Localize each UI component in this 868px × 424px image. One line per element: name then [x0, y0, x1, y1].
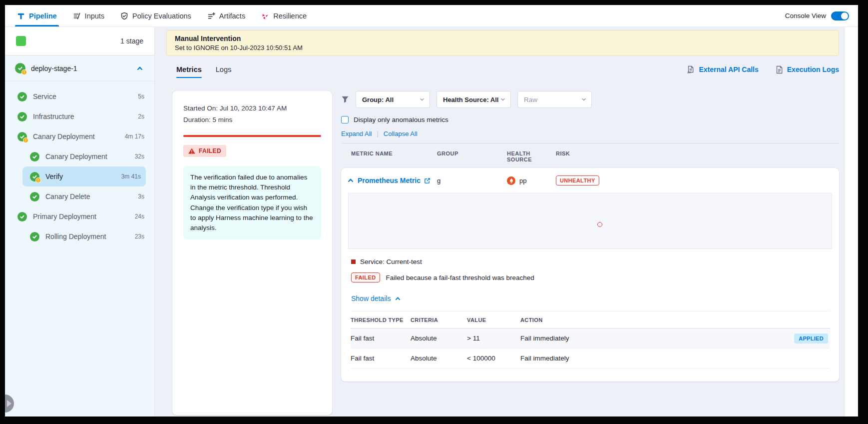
threshold-table: THRESHOLD TYPE CRITERIA VALUE ACTION Fai…	[351, 311, 830, 368]
step-duration: 32s	[135, 153, 144, 160]
show-details-toggle[interactable]: Show details	[351, 294, 401, 302]
step-label: Verify	[45, 172, 63, 180]
tab-label: Logs	[216, 66, 231, 74]
sidebar-step-canary-deployment[interactable]: Canary Deployment 32s	[5, 146, 154, 166]
threshold-type-cell: Fail fast	[351, 354, 411, 362]
manual-intervention-banner: Manual Intervention Set to IGNORE on 10-…	[166, 30, 839, 56]
sidebar-step-rolling-deployment[interactable]: Rolling Deployment 23s	[5, 226, 154, 246]
vertical-scrollbar[interactable]	[845, 27, 858, 416]
sidebar-step-canary-delete[interactable]: Canary Delete 3s	[5, 186, 154, 206]
success-icon	[17, 212, 27, 222]
external-api-calls-link[interactable]: API External API Calls	[687, 66, 758, 74]
success-icon	[30, 192, 39, 202]
external-link-icon[interactable]	[424, 178, 431, 184]
anomalous-metrics-checkbox-row[interactable]: Display only anomalous metrics	[341, 116, 839, 124]
expand-all-link[interactable]: Expand All	[341, 130, 372, 138]
step-label: Primary Deployment	[33, 212, 96, 220]
stage-name-label: deploy-stage-1	[31, 64, 77, 72]
group-filter-select[interactable]: Group: All	[356, 91, 430, 108]
collapse-chevron-up-icon[interactable]	[136, 65, 143, 72]
threshold-table-header: THRESHOLD TYPE CRITERIA VALUE ACTION	[351, 312, 830, 328]
metric-group-value: g	[437, 177, 507, 184]
stage-count-label: 1 stage	[120, 37, 143, 45]
collapse-all-link[interactable]: Collapse All	[384, 130, 418, 138]
col-health-source: HEALTH SOURCE	[507, 150, 556, 162]
collapse-chevron-up-icon[interactable]	[347, 177, 354, 184]
step-duration: 3m 41s	[121, 173, 141, 180]
warning-badge-icon: !	[21, 70, 27, 75]
warning-badge-icon: !	[23, 138, 28, 143]
nav-tab-policy-evaluations[interactable]: Policy Evaluations	[120, 5, 191, 26]
raw-filter-select[interactable]: Raw	[517, 91, 592, 108]
expand-panel-button[interactable]	[5, 394, 14, 412]
step-duration: 23s	[135, 233, 144, 240]
show-details-label: Show details	[351, 294, 391, 302]
sidebar-step-verify[interactable]: ! Verify 3m 41s	[22, 166, 146, 186]
step-label: Infrastructure	[33, 112, 74, 120]
main-panel: Manual Intervention Set to IGNORE on 10-…	[155, 27, 858, 416]
chevron-down-icon	[419, 96, 425, 102]
execution-logs-link[interactable]: Execution Logs	[776, 66, 839, 74]
metrics-panel: Group: All Health Source: All Raw	[341, 91, 839, 415]
chevron-down-icon	[581, 96, 587, 102]
tab-metrics[interactable]: Metrics	[176, 61, 202, 78]
criteria-cell: Absolute	[411, 354, 467, 362]
api-document-icon: API	[687, 66, 695, 74]
health-source-value: pp	[519, 177, 526, 184]
sidebar-step-primary-deployment[interactable]: Primary Deployment 24s	[5, 206, 154, 226]
started-on-label: Started On: Jul 10, 2023 10:47 AM	[183, 103, 321, 114]
execution-sidebar: 1 stage ! deploy-stage-1 Service 5s	[5, 27, 155, 416]
nav-tab-inputs[interactable]: Inputs	[73, 5, 105, 26]
select-placeholder: Raw	[524, 96, 537, 104]
step-duration: 24s	[135, 213, 144, 220]
success-warning-icon: !	[30, 172, 39, 182]
console-view-label: Console View	[785, 12, 826, 20]
banner-subtitle: Set to IGNORE on 10-Jul-2023 10:50:51 AM	[175, 44, 831, 52]
success-icon	[30, 152, 39, 162]
step-label: Canary Deployment	[33, 132, 95, 140]
health-source-filter-select[interactable]: Health Source: All	[436, 91, 511, 108]
console-view-toggle[interactable]	[831, 12, 849, 20]
legend-swatch	[351, 260, 356, 264]
resilience-icon	[261, 12, 269, 20]
step-list: Service 5s Infrastructure 2s ! Canary De…	[5, 82, 154, 254]
col-risk: RISK	[556, 150, 839, 162]
step-label: Service	[33, 92, 56, 100]
stage-status-square-icon	[16, 36, 26, 46]
nav-tab-artifacts[interactable]: Artifacts	[207, 5, 245, 26]
failed-message: Failed because a fail-fast threshold was…	[386, 274, 534, 282]
metric-chart	[348, 193, 832, 249]
chart-point[interactable]	[597, 222, 602, 227]
failed-badge: FAILED	[351, 272, 380, 282]
filter-funnel-icon	[341, 96, 349, 104]
sidebar-step-canary-deployment-group[interactable]: ! Canary Deployment 4m 17s	[5, 126, 154, 146]
sidebar-step-infrastructure[interactable]: Infrastructure 2s	[5, 106, 154, 126]
console-view-control: Console View	[785, 12, 849, 20]
success-icon	[30, 232, 39, 242]
verification-description: The verification failed due to anomalies…	[183, 166, 321, 240]
duration-label: Duration: 5 mins	[183, 114, 321, 126]
step-duration: 3s	[138, 193, 144, 200]
nav-tab-label: Policy Evaluations	[132, 12, 191, 20]
action-cell: Fail immediately	[520, 334, 569, 342]
tab-logs[interactable]: Logs	[216, 61, 231, 78]
sidebar-step-service[interactable]: Service 5s	[5, 86, 154, 106]
success-warning-icon: !	[15, 63, 25, 74]
checkbox[interactable]	[341, 116, 349, 124]
shield-check-icon	[120, 12, 128, 20]
threshold-row: Fail fast Absolute < 100000 Fail immedia…	[351, 348, 830, 368]
sidebar-stage-deploy-stage-1[interactable]: ! deploy-stage-1	[5, 56, 154, 82]
step-label: Canary Deployment	[45, 152, 107, 160]
failed-status-text: FAILED	[199, 148, 221, 154]
pipeline-icon	[17, 12, 25, 20]
nav-tab-pipeline[interactable]: Pipeline	[17, 5, 57, 26]
metric-name-link[interactable]: Prometheus Metric	[358, 176, 421, 184]
select-value: Health Source: All	[443, 96, 498, 104]
svg-text:API: API	[687, 72, 691, 74]
chevron-down-icon	[500, 96, 506, 102]
threshold-type-cell: Fail fast	[351, 334, 411, 342]
col-group: GROUP	[437, 150, 507, 162]
failure-progress-bar	[183, 135, 321, 137]
warning-badge-icon: !	[35, 178, 41, 183]
nav-tab-resilience[interactable]: Resilience	[261, 5, 307, 26]
